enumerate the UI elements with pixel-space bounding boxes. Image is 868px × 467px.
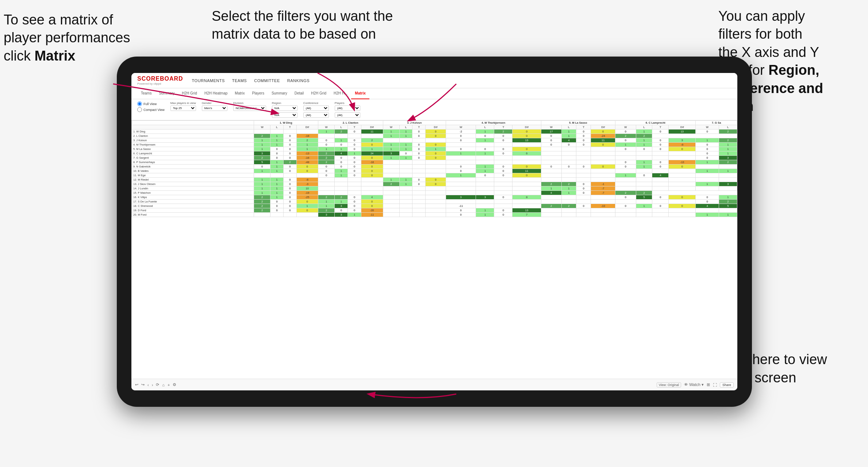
filter-conference-y-select[interactable]: (All) [303,112,329,118]
matrix-cell: 10 [296,186,318,191]
matrix-cell: 0 [283,191,296,195]
filter-players-y-select[interactable]: (All) [335,112,360,118]
matrix-cell: 0 [512,147,541,151]
matrix-cell: 1 [270,138,284,143]
table-row: 11. M Ege01001000104 [132,173,737,178]
matrix-cell: 1 [615,173,636,178]
toolbar-redo[interactable]: ↪ [141,382,145,387]
matrix-cell [636,208,652,213]
matrix-cell [476,156,494,160]
tab-h2h-grid1[interactable]: H2H Grid [178,88,201,99]
filter-division-select[interactable]: NCAA Division I [233,105,266,111]
matrix-cell: 5 [254,160,270,165]
filter-gender-select[interactable]: Men's [202,105,227,111]
tab-teams[interactable]: Teams [137,88,155,99]
tab-players[interactable]: Players [249,88,268,99]
matrix-cell [591,208,615,213]
toolbar-share[interactable]: Share [720,382,734,387]
matrix-cell: 1 [399,134,412,138]
matrix-cell: 1 [636,165,652,169]
matrix-cell: 4 [696,204,719,208]
sub-col-3-w: W [383,125,399,130]
toolbar-view-original[interactable]: View: Original [657,382,681,387]
filter-gender-label: Gender [202,101,227,105]
tab-matrix2[interactable]: Matrix [351,88,369,99]
matrix-cell [719,165,737,169]
matrix-cell: 0 [348,208,361,213]
matrix-cell: 2 [318,151,335,156]
nav-tournaments[interactable]: TOURNAMENTS [192,77,225,84]
sub-col-3-dif: Dif [426,125,446,130]
matrix-cell [512,160,541,165]
toolbar-watch[interactable]: 👁 Watch ▾ [684,382,704,387]
row-label: 1. W Ding [132,130,254,134]
matrix-cell: 0 [541,134,561,138]
matrix-cell: 0 [348,147,361,151]
toolbar-add[interactable]: + [168,383,170,387]
nav-rankings[interactable]: RANKINGS [287,77,310,84]
compact-view-radio[interactable]: Compact View [137,107,165,112]
matrix-cell [576,147,591,151]
filter-region-x-select[interactable]: N/A [272,105,297,111]
matrix-cell: 1 [296,147,318,151]
toolbar-refresh[interactable]: ⟳ [156,382,159,387]
matrix-cell: 0 [270,156,284,160]
matrix-cell [576,173,591,178]
tab-matrix1[interactable]: Matrix [231,88,248,99]
toolbar-undo[interactable]: ↩ [135,382,138,387]
matrix-cell: 0 [696,130,719,134]
tab-h2h-heatmap[interactable]: H2H Heatmap [201,88,231,99]
table-row: 1. W Ding120111100-2120171000101302 [132,130,737,134]
matrix-cell: 0 [283,156,296,160]
tab-detail[interactable]: Detail [291,88,308,99]
matrix-cell [361,134,383,138]
annotation-top-center: Select the filters you want the matrix d… [212,7,416,43]
row-label: 19. D Ford [132,208,254,213]
sub-col-7-w: W [696,125,719,130]
matrix-cell: 1 [318,130,335,134]
table-row: 12. M Riedel110-61100 [132,178,737,182]
app-logo: SCOREBOARD [137,76,183,82]
tab-h2h-h[interactable]: H2H H... [330,88,351,99]
toolbar-grid[interactable]: ⊞ [707,382,710,387]
filter-players: Players (All) (All) [335,101,360,118]
toolbar-back[interactable]: ‹ [147,383,149,387]
matrix-cell [476,143,494,147]
matrix-cell [399,138,412,143]
matrix-cell: 0 [476,173,494,178]
filter-players-x-select[interactable]: (All) [335,105,360,111]
matrix-cell: 0 [283,186,296,191]
filter-max-select[interactable]: Top 25 [170,105,196,111]
tab-h2h-grid2[interactable]: H2H Grid [307,88,330,99]
matrix-col-7: 7. G Sa [696,121,737,125]
tab-summary1[interactable]: Summary [155,88,178,99]
filter-region-y-select[interactable]: N/A [272,112,297,118]
nav-teams[interactable]: TEAMS [232,77,247,84]
table-row: 5. M La Sasso1001110111010000000001 [132,147,737,151]
matrix-cell [669,182,696,186]
matrix-cell: 1 [270,191,284,195]
tab-summary2[interactable]: Summary [268,88,291,99]
matrix-cell: 2 [254,156,270,160]
matrix-cell: 4 [561,138,576,143]
toolbar-forward[interactable]: › [152,383,153,387]
matrix-cell: 1 [361,147,383,151]
matrix-cell: 1 [636,204,652,208]
nav-committee[interactable]: COMMITTEE [254,77,280,84]
matrix-cell [576,213,591,217]
matrix-cell: 1 [318,200,335,204]
toolbar-settings[interactable]: ⚙ [173,382,176,387]
toolbar-home[interactable]: ⌂ [162,383,165,387]
matrix-cell: 1 [399,147,412,151]
sub-col-2-t: T [348,125,361,130]
matrix-cell [446,186,476,191]
full-view-radio[interactable]: Full View [137,101,165,106]
matrix-cell [476,200,494,204]
toolbar-fullscreen[interactable]: ⛶ [713,383,717,387]
filter-conference-x-select[interactable]: (All) [303,105,329,111]
matrix-cell: 0 [361,173,383,178]
matrix-cell [591,195,615,200]
annotation-tr-l4-bold: Region, [768,62,819,78]
matrix-col-2: 2. L Clanton [318,121,383,125]
matrix-cell [696,186,719,191]
